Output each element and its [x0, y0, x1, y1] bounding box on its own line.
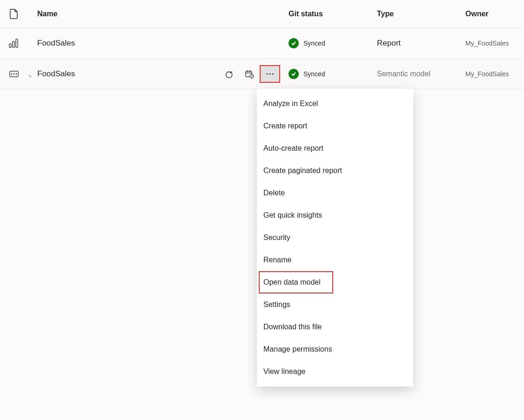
table-row[interactable]: FoodSales Synced Report My_FoodSales	[0, 28, 524, 59]
git-status-cell: Synced	[289, 69, 377, 79]
item-name[interactable]: ↘ FoodSales	[28, 69, 289, 79]
item-name-text: FoodSales	[37, 39, 75, 48]
menu-item-view-lineage[interactable]: View lineage	[257, 360, 413, 383]
item-type: Report	[377, 39, 465, 48]
svg-rect-0	[9, 44, 11, 47]
svg-point-5	[13, 73, 14, 74]
git-status-cell: Synced	[289, 38, 377, 48]
svg-point-6	[16, 73, 17, 74]
header-owner[interactable]: Owner	[465, 10, 524, 18]
header-icon-cell	[0, 9, 28, 19]
menu-item-manage-permissions[interactable]: Manage permissions	[257, 338, 413, 360]
synced-icon	[289, 38, 299, 48]
row-icon-cell	[0, 69, 28, 79]
svg-point-4	[11, 73, 12, 74]
svg-point-11	[272, 73, 273, 74]
content-table: Name Git status Type Owner FoodSales Syn…	[0, 0, 524, 89]
header-git-status[interactable]: Git status	[289, 10, 377, 18]
item-owner[interactable]: My_FoodSales	[465, 70, 524, 78]
refresh-button[interactable]	[219, 64, 239, 84]
more-options-button[interactable]	[260, 65, 280, 83]
git-status-text: Synced	[303, 70, 325, 78]
document-icon	[10, 9, 18, 19]
item-owner[interactable]: My_FoodSales	[465, 40, 524, 47]
svg-point-10	[269, 73, 270, 74]
menu-item-get-quick-insights[interactable]: Get quick insights	[257, 204, 413, 227]
report-icon	[9, 38, 19, 48]
menu-item-auto-create-report[interactable]: Auto-create report	[257, 137, 413, 160]
table-row[interactable]: ↘ FoodSales Synced Semantic model My_Foo…	[0, 59, 524, 89]
item-name[interactable]: FoodSales	[28, 39, 289, 48]
menu-item-analyze-in-excel[interactable]: Analyze in Excel	[257, 93, 413, 115]
menu-item-security[interactable]: Security	[257, 227, 413, 249]
item-name-text: FoodSales	[37, 69, 75, 79]
menu-item-download-this-file[interactable]: Download this file	[257, 316, 413, 338]
table-header-row: Name Git status Type Owner	[0, 0, 524, 28]
header-name[interactable]: Name	[28, 10, 289, 18]
svg-rect-1	[13, 41, 14, 47]
ellipsis-icon	[266, 73, 274, 75]
context-menu: Analyze in Excel Create report Auto-crea…	[257, 89, 413, 387]
svg-point-9	[266, 73, 268, 74]
refresh-icon	[225, 70, 233, 78]
schedule-refresh-button[interactable]	[239, 64, 260, 84]
menu-item-delete[interactable]: Delete	[257, 182, 413, 204]
row-icon-cell	[0, 38, 28, 48]
schedule-refresh-icon	[245, 69, 254, 79]
semantic-model-icon	[9, 69, 19, 79]
row-actions	[219, 69, 280, 79]
menu-item-rename[interactable]: Rename	[257, 249, 413, 271]
menu-item-create-report[interactable]: Create report	[257, 115, 413, 137]
item-type: Semantic model	[377, 70, 465, 78]
menu-item-open-data-model[interactable]: Open data model	[259, 271, 333, 293]
menu-item-create-paginated-report[interactable]: Create paginated report	[257, 160, 413, 182]
svg-rect-2	[16, 39, 18, 47]
synced-icon	[289, 69, 299, 79]
menu-item-settings[interactable]: Settings	[257, 293, 413, 316]
linked-indicator-icon: ↘	[28, 73, 32, 78]
header-type[interactable]: Type	[377, 10, 465, 18]
git-status-text: Synced	[303, 40, 325, 47]
